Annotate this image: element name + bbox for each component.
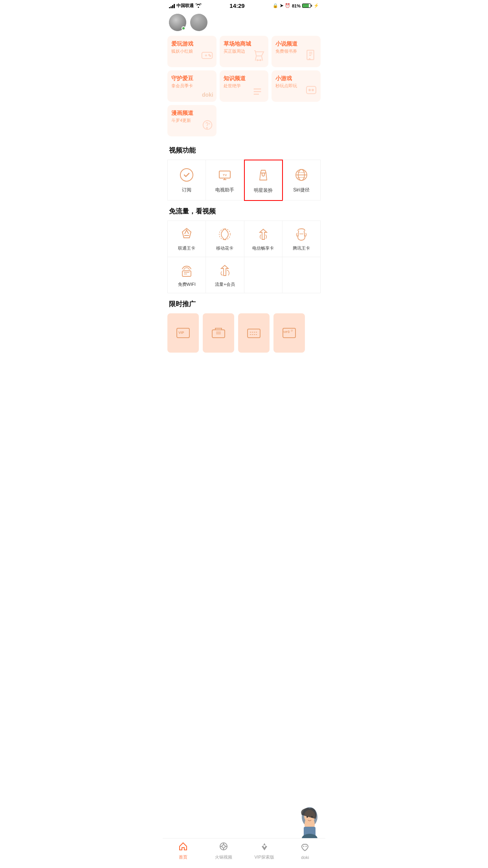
promo-img-3 (238, 313, 270, 353)
charging-icon: ⚡ (314, 3, 319, 8)
tencent-label: 腾讯王卡 (293, 245, 310, 251)
data-telecom2[interactable]: 流量+会员 (206, 257, 244, 293)
data-unicom[interactable]: 联通王卡 (168, 221, 206, 257)
svg-rect-34 (248, 329, 260, 338)
subscribe-icon (178, 166, 195, 184)
feature-card-1-title: 爱玩游戏 (171, 40, 213, 48)
feature-card-2[interactable]: 草场地商城 买正版周边 (220, 36, 269, 67)
svg-text:VIP: VIP (178, 331, 184, 335)
telecom-label: 电信畅享卡 (252, 245, 274, 251)
feature-card-4-sub: 拿会员季卡 (171, 83, 213, 89)
svg-rect-27 (182, 271, 191, 276)
function-siri[interactable]: Siri捷径 (283, 160, 321, 200)
function-star-dress[interactable]: 明星装扮 (244, 160, 283, 201)
lock-icon: 🔒 (273, 3, 278, 8)
svg-point-13 (312, 89, 314, 91)
status-bar: 中国联通 14:29 🔒 ➤ ⏰ 81% ⚡ (163, 0, 325, 11)
feature-card-6-icon (305, 84, 317, 99)
data-wifi[interactable]: 免费WIFI (168, 257, 206, 293)
status-right: 🔒 ➤ ⏰ 81% ⚡ (273, 3, 319, 8)
data-mobile[interactable]: 移动花卡 (206, 221, 244, 257)
feature-card-2-title: 草场地商城 (224, 40, 265, 48)
signal-bars (169, 4, 175, 8)
feature-card-5-title: 知识频道 (224, 75, 265, 82)
wifi-free-icon (179, 263, 194, 278)
data-telecom[interactable]: 电信畅享卡 (244, 221, 283, 257)
svg-text:TV: TV (223, 173, 227, 177)
function-star-dress-label: 明星装扮 (254, 187, 273, 194)
tv-icon: TV (216, 166, 233, 184)
tencent-icon (294, 226, 309, 242)
svg-rect-11 (306, 86, 316, 94)
wifi-icon (195, 3, 202, 9)
function-subscribe[interactable]: 订阅 (168, 160, 206, 200)
feature-card-7-icon (202, 119, 213, 133)
feature-card-4-title: 守护爱豆 (171, 75, 213, 82)
feature-card-1[interactable]: 爱玩游戏 狐妖小红娘 (167, 36, 216, 67)
wifi-label: 免费WIFI (178, 281, 196, 287)
feature-grid: 爱玩游戏 狐妖小红娘 草场地商城 买正版周边 小说频道 免费领书券 (163, 36, 325, 136)
feature-card-5[interactable]: 知识频道 处世绝学 (220, 70, 269, 102)
svg-point-3 (209, 54, 210, 55)
location-icon: ➤ (280, 3, 283, 8)
svg-text:折: 折 (291, 329, 293, 332)
feature-card-4-icon: doki (202, 92, 213, 98)
function-siri-label: Siri捷径 (293, 187, 309, 193)
svg-rect-7 (307, 50, 314, 60)
data-section-title: 免流量，看视频 (163, 200, 325, 221)
svg-rect-33 (216, 331, 221, 335)
feature-card-7[interactable]: 漫画频道 斗罗4更新 (167, 105, 216, 136)
unicom-label: 联通王卡 (178, 245, 195, 251)
promo-card-1[interactable]: VIP (167, 313, 199, 354)
svg-point-16 (180, 169, 193, 181)
feature-card-2-icon (253, 49, 265, 64)
svg-text:3: 3 (288, 330, 290, 334)
time-display: 14:29 (229, 2, 244, 9)
avatar-container[interactable] (169, 14, 186, 31)
feature-card-3-title: 小说频道 (275, 40, 317, 48)
svg-point-6 (260, 60, 261, 61)
feature-card-4[interactable]: 守护爱豆 拿会员季卡 doki (167, 70, 216, 102)
data-empty-1 (244, 257, 283, 293)
promo-grid: VIP VIP 3 折 (163, 313, 325, 354)
data-grid-row1: 联通王卡 移动花卡 电信畅享卡 (167, 221, 321, 257)
avatar2[interactable] (190, 14, 207, 31)
feature-card-6[interactable]: 小游戏 秒玩点即玩 (272, 70, 321, 102)
function-tv[interactable]: TV 电视助手 (206, 160, 244, 200)
svg-point-15 (206, 127, 207, 129)
feature-card-3[interactable]: 小说频道 免费领书券 (272, 36, 321, 67)
carrier-label: 中国联通 (176, 3, 194, 9)
svg-point-12 (309, 89, 310, 91)
promo-img-2 (203, 313, 234, 353)
siri-icon (293, 166, 310, 184)
feature-card-6-title: 小游戏 (275, 75, 317, 82)
data-grid-row2: 免费WIFI 流量+会员 (167, 257, 321, 293)
header (163, 11, 325, 36)
feature-card-3-icon (305, 49, 317, 64)
battery-percent: 81% (292, 4, 301, 8)
promo-card-4[interactable]: VIP 3 折 (273, 313, 305, 354)
svg-point-4 (209, 55, 211, 57)
promo-img-1: VIP (167, 313, 199, 353)
online-indicator (182, 26, 185, 30)
unicom-icon (179, 226, 194, 242)
video-section-title: 视频功能 (163, 140, 325, 160)
battery-icon (302, 4, 312, 8)
feature-card-5-icon (253, 87, 265, 99)
promo-card-2[interactable] (203, 313, 234, 354)
star-dress-icon (255, 167, 272, 184)
svg-text:VIP: VIP (283, 331, 288, 333)
function-tv-label: 电视助手 (215, 187, 234, 193)
feature-card-1-icon (201, 49, 213, 64)
telecom-icon (255, 226, 271, 242)
promo-card-3[interactable] (238, 313, 270, 354)
function-subscribe-label: 订阅 (182, 187, 191, 193)
mobile-icon (217, 226, 233, 242)
data-tencent[interactable]: 腾讯王卡 (283, 221, 321, 257)
telecom2-icon (217, 263, 233, 278)
mobile-label: 移动花卡 (216, 245, 233, 251)
function-grid: 订阅 TV 电视助手 明星装扮 (167, 160, 321, 200)
svg-point-5 (257, 60, 258, 61)
feature-card-7-title: 漫画频道 (171, 110, 213, 117)
status-left: 中国联通 (169, 3, 202, 9)
